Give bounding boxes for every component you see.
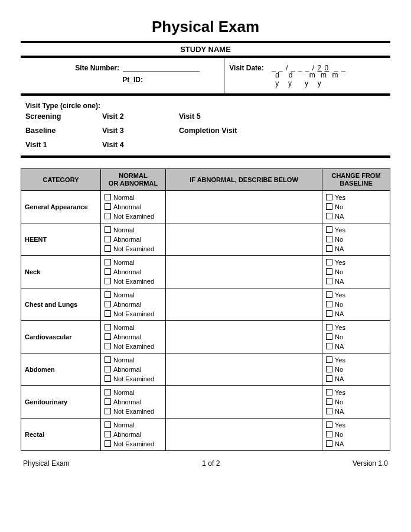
checkbox-option[interactable]: Abnormal (105, 430, 162, 439)
describe-cell[interactable] (166, 418, 322, 450)
checkbox-icon[interactable] (326, 333, 332, 340)
checkbox-option[interactable]: NA (326, 342, 386, 351)
checkbox-option[interactable]: Abnormal (105, 397, 162, 407)
checkbox-icon[interactable] (326, 375, 332, 382)
checkbox-option[interactable]: Normal (105, 258, 162, 267)
checkbox-icon[interactable] (326, 259, 332, 265)
checkbox-option[interactable]: Normal (105, 225, 162, 235)
checkbox-option[interactable]: No (326, 300, 386, 309)
checkbox-icon[interactable] (326, 194, 332, 200)
vt-visit4[interactable]: Visit 4 (102, 138, 179, 153)
checkbox-option[interactable]: Normal (105, 388, 162, 397)
checkbox-option[interactable]: Yes (326, 225, 386, 235)
checkbox-icon[interactable] (326, 324, 332, 330)
checkbox-icon[interactable] (326, 343, 332, 349)
checkbox-option[interactable]: Not Examined (105, 309, 162, 319)
vt-screening[interactable]: Screening (25, 110, 102, 124)
checkbox-icon[interactable] (105, 194, 111, 200)
checkbox-icon[interactable] (105, 366, 111, 372)
checkbox-option[interactable]: NA (326, 439, 386, 449)
checkbox-icon[interactable] (105, 291, 111, 298)
checkbox-icon[interactable] (105, 245, 111, 252)
checkbox-option[interactable]: Normal (105, 323, 162, 332)
checkbox-option[interactable]: NA (326, 309, 386, 319)
checkbox-option[interactable]: Not Examined (105, 407, 162, 416)
checkbox-icon[interactable] (105, 236, 111, 242)
checkbox-icon[interactable] (105, 408, 111, 414)
checkbox-icon[interactable] (326, 431, 332, 437)
checkbox-option[interactable]: No (326, 365, 386, 374)
checkbox-option[interactable]: No (326, 397, 386, 407)
vt-visit2[interactable]: Visit 2 (102, 110, 179, 124)
checkbox-icon[interactable] (105, 375, 111, 382)
checkbox-icon[interactable] (326, 226, 332, 233)
checkbox-option[interactable]: Abnormal (105, 235, 162, 244)
checkbox-icon[interactable] (326, 213, 332, 219)
checkbox-icon[interactable] (326, 310, 332, 317)
checkbox-icon[interactable] (105, 398, 111, 405)
checkbox-option[interactable]: Not Examined (105, 212, 162, 221)
checkbox-icon[interactable] (105, 226, 111, 233)
vt-completion[interactable]: Completion Visit (179, 124, 273, 138)
checkbox-option[interactable]: NA (326, 244, 386, 254)
checkbox-option[interactable]: Normal (105, 290, 162, 300)
checkbox-option[interactable]: Yes (326, 258, 386, 267)
checkbox-icon[interactable] (326, 245, 332, 252)
checkbox-icon[interactable] (105, 203, 111, 210)
checkbox-option[interactable]: Abnormal (105, 300, 162, 309)
checkbox-option[interactable]: Yes (326, 290, 386, 300)
checkbox-icon[interactable] (105, 301, 111, 307)
checkbox-icon[interactable] (105, 440, 111, 447)
vt-visit3[interactable]: Visit 3 (102, 124, 179, 138)
checkbox-option[interactable]: Normal (105, 420, 162, 430)
describe-cell[interactable] (166, 353, 322, 385)
checkbox-option[interactable]: NA (326, 212, 386, 221)
checkbox-icon[interactable] (105, 343, 111, 349)
checkbox-icon[interactable] (326, 421, 332, 428)
checkbox-icon[interactable] (105, 310, 111, 317)
checkbox-icon[interactable] (326, 268, 332, 275)
checkbox-option[interactable]: Abnormal (105, 332, 162, 342)
checkbox-option[interactable]: Yes (326, 193, 386, 202)
describe-cell[interactable] (166, 255, 322, 288)
checkbox-icon[interactable] (326, 398, 332, 405)
checkbox-icon[interactable] (105, 431, 111, 437)
checkbox-option[interactable]: Yes (326, 388, 386, 397)
checkbox-option[interactable]: NA (326, 374, 386, 384)
checkbox-option[interactable]: Abnormal (105, 267, 162, 277)
checkbox-option[interactable]: No (326, 267, 386, 277)
checkbox-icon[interactable] (326, 356, 332, 363)
checkbox-option[interactable]: Yes (326, 420, 386, 430)
checkbox-option[interactable]: Normal (105, 193, 162, 202)
checkbox-icon[interactable] (326, 366, 332, 372)
checkbox-option[interactable]: Not Examined (105, 439, 162, 449)
checkbox-option[interactable]: Not Examined (105, 342, 162, 351)
checkbox-option[interactable]: NA (326, 277, 386, 286)
checkbox-icon[interactable] (326, 203, 332, 210)
checkbox-icon[interactable] (105, 356, 111, 363)
describe-cell[interactable] (166, 385, 322, 418)
checkbox-icon[interactable] (326, 278, 332, 284)
checkbox-option[interactable]: Normal (105, 355, 162, 365)
checkbox-icon[interactable] (326, 301, 332, 307)
checkbox-icon[interactable] (105, 213, 111, 219)
checkbox-option[interactable]: Yes (326, 355, 386, 365)
checkbox-icon[interactable] (326, 389, 332, 395)
describe-cell[interactable] (166, 190, 322, 223)
checkbox-icon[interactable] (105, 268, 111, 275)
checkbox-option[interactable]: No (326, 332, 386, 342)
checkbox-icon[interactable] (326, 291, 332, 298)
checkbox-option[interactable]: Yes (326, 323, 386, 332)
checkbox-icon[interactable] (105, 278, 111, 284)
describe-cell[interactable] (166, 223, 322, 255)
checkbox-option[interactable]: NA (326, 407, 386, 416)
site-number-field[interactable] (123, 64, 200, 72)
vt-visit5[interactable]: Visit 5 (179, 110, 273, 124)
checkbox-option[interactable]: Abnormal (105, 202, 162, 212)
describe-cell[interactable] (166, 320, 322, 353)
describe-cell[interactable] (166, 288, 322, 320)
checkbox-icon[interactable] (105, 333, 111, 340)
checkbox-option[interactable]: No (326, 202, 386, 212)
checkbox-option[interactable]: Not Examined (105, 277, 162, 286)
checkbox-icon[interactable] (326, 236, 332, 242)
